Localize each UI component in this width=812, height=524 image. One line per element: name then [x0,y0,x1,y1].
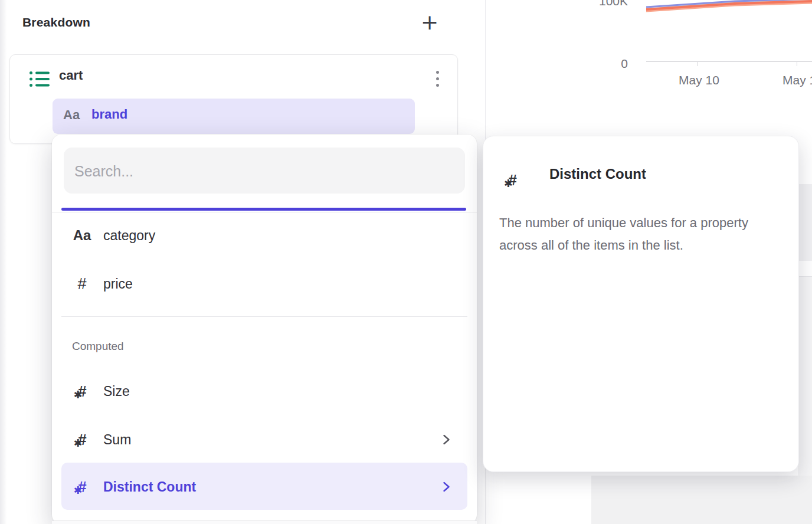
number-type-icon: # [70,267,94,301]
text-type-icon: Aa [63,107,80,123]
chevron-right-icon [443,434,450,446]
property-option-label: category [103,218,155,253]
source-name[interactable]: cart [59,68,83,83]
computed-section-label: Computed [72,340,124,353]
line-chart-region: 100K 0 May 10 May 1 [486,0,812,118]
property-option-price[interactable]: # price [52,267,477,301]
active-tab-indicator [61,208,466,211]
computed-option-distinct-count[interactable]: #✱ Distinct Count [52,463,477,510]
x-axis-tick-label: May 1 [782,73,812,87]
tooltip-description: The number of unique values for a proper… [499,212,781,257]
property-option-category[interactable]: Aa category [52,218,477,253]
search-input[interactable] [73,148,453,195]
tooltip-title: Distinct Count [549,166,646,182]
kebab-menu-icon[interactable] [429,68,446,89]
computed-number-icon: #✱ [70,463,94,510]
computed-option-size[interactable]: #✱ Size [52,374,477,408]
x-axis-tick [698,61,698,66]
computed-option-label: Size [103,374,130,408]
add-breakdown-button[interactable]: + [417,9,443,35]
text-type-icon: Aa [70,218,94,253]
list-property-icon [30,70,50,88]
divider [52,212,477,213]
x-axis-line [646,61,812,62]
computed-option-sum[interactable]: #✱ Sum [52,423,477,457]
breakdown-card: cart Aa brand [9,54,458,144]
computed-number-icon: #✱ [70,374,94,408]
distinct-count-tooltip: #✱ Distinct Count The number of unique v… [483,136,799,472]
x-axis-tick [797,61,797,66]
x-axis-tick-label: May 10 [679,73,719,87]
breakdown-section-title: Breakdown [22,15,90,30]
background-table-block [591,476,812,524]
chevron-right-icon [443,482,450,493]
y-axis-tick-label: 0 [607,57,628,71]
dropdown-footer [52,521,477,524]
selected-property-chip[interactable]: Aa brand [53,99,415,134]
background-table-row [798,184,812,261]
computed-number-icon: #✱ [508,167,516,190]
chart-line-series [646,0,812,25]
computed-option-label: Distinct Count [103,463,196,510]
divider [61,316,467,317]
search-box [64,148,465,194]
property-option-label: price [103,267,133,301]
y-axis-tick-label: 100K [597,0,628,8]
property-dropdown: Aa category # price Computed #✱ Size #✱ … [52,135,477,524]
background-table-row [798,277,812,476]
selected-property-label: brand [91,107,127,122]
computed-option-label: Sum [103,423,131,457]
computed-number-icon: #✱ [70,423,94,457]
app-root: 100K 0 May 10 May 1 Breakdown + [0,0,812,524]
left-edge-shadow [0,0,7,524]
